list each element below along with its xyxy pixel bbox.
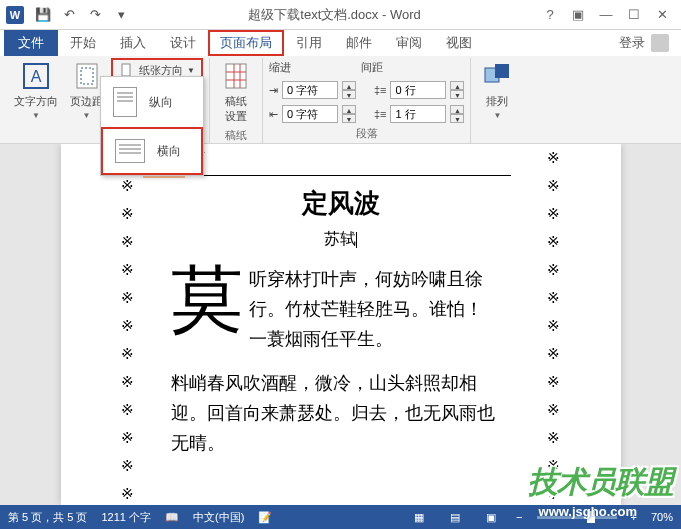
qat-customize[interactable]: ▾: [110, 4, 132, 26]
document-author: 苏轼: [171, 229, 511, 250]
group-paragraph: 缩进 间距 ⇥ ▲▼ ‡≡ ▲▼: [263, 58, 472, 143]
indent-header: 缩进: [269, 60, 291, 75]
manuscript-label: 稿纸 设置: [225, 94, 247, 124]
spinner-up[interactable]: ▲: [450, 105, 464, 114]
chevron-down-icon: ▼: [83, 111, 91, 120]
arrange-button[interactable]: 排列 ▼: [477, 58, 517, 122]
close-button[interactable]: ✕: [649, 4, 675, 26]
window-controls: ? ▣ — ☐ ✕: [537, 4, 675, 26]
header-line: [171, 175, 511, 176]
indent-right-icon: ⇤: [269, 108, 278, 121]
ribbon-tabs: 文件 开始 插入 设计 页面布局 引用 邮件 审阅 视图 登录: [0, 30, 681, 56]
margins-label: 页边距: [70, 94, 103, 109]
view-read-mode[interactable]: ▦: [408, 508, 430, 526]
spinner-up[interactable]: ▲: [342, 105, 356, 114]
spacing-before-icon: ‡≡: [374, 84, 387, 96]
maximize-button[interactable]: ☐: [621, 4, 647, 26]
status-words[interactable]: 1211 个字: [101, 510, 151, 525]
indent-right-row: ⇤ ▲▼: [269, 105, 356, 123]
portrait-label: 纵向: [149, 94, 173, 111]
redo-button[interactable]: ↷: [84, 4, 106, 26]
minimize-button[interactable]: —: [593, 4, 619, 26]
paragraph-1: 莫 听穿林打叶声，何妨吟啸且徐 行。竹杖芒鞋轻胜马。谁怕！ 一蓑烟雨任平生。: [171, 264, 511, 354]
text-cursor: [356, 232, 357, 248]
text-direction-label: 文字方向: [14, 94, 58, 109]
titlebar: W 💾 ↶ ↷ ▾ 超级下载text文档.docx - Word ? ▣ — ☐…: [0, 0, 681, 30]
arrange-label: 排列: [486, 94, 508, 109]
tab-design[interactable]: 设计: [158, 30, 208, 56]
indent-left-icon: ⇥: [269, 84, 278, 97]
group-manuscript: 稿纸 设置 稿纸: [210, 58, 263, 143]
login-link[interactable]: 登录: [619, 34, 645, 52]
view-print-layout[interactable]: ▤: [444, 508, 466, 526]
spinner-down[interactable]: ▼: [450, 114, 464, 123]
group-arrange: 排列 ▼: [471, 58, 523, 143]
landscape-label: 横向: [157, 143, 181, 160]
tab-view[interactable]: 视图: [434, 30, 484, 56]
landscape-icon: [115, 139, 145, 163]
spinner-down[interactable]: ▼: [450, 90, 464, 99]
spinner-up[interactable]: ▲: [450, 81, 464, 90]
spacing-after-input[interactable]: [390, 105, 446, 123]
quick-access-toolbar: 💾 ↶ ↷ ▾: [32, 4, 132, 26]
tab-review[interactable]: 审阅: [384, 30, 434, 56]
tab-references[interactable]: 引用: [284, 30, 334, 56]
spacing-header: 间距: [361, 60, 383, 75]
orientation-menu: 纵向 横向: [100, 76, 204, 176]
ribbon: A 文字方向 ▼ 页边距 ▼ 纸张方向 ▼ 页 稿纸 设置: [0, 56, 681, 144]
undo-button[interactable]: ↶: [58, 4, 80, 26]
indent-left-input[interactable]: [282, 81, 338, 99]
chevron-down-icon: ▼: [494, 111, 502, 120]
spinner-up[interactable]: ▲: [342, 81, 356, 90]
svg-rect-11: [495, 64, 509, 78]
group-label-manuscript: 稿纸: [216, 126, 256, 145]
decorative-border-right: ※※※※※※※※※※※※※: [545, 144, 563, 505]
watermark-url: www.jsgho.com: [539, 504, 637, 519]
document-area[interactable]: ※※※※※※※※※※※※※ ※※※※※※※※※※※※※ 站 定风波 苏轼 莫 听…: [0, 144, 681, 505]
svg-text:A: A: [31, 68, 42, 85]
tab-insert[interactable]: 插入: [108, 30, 158, 56]
chevron-down-icon: ▼: [32, 111, 40, 120]
chevron-down-icon: ▼: [187, 66, 195, 75]
svg-rect-4: [122, 64, 130, 76]
spacing-before-input[interactable]: [390, 81, 446, 99]
watermark: 技术员联盟: [528, 462, 673, 503]
tab-page-layout[interactable]: 页面布局: [208, 30, 284, 56]
document-content: 站 定风波 苏轼 莫 听穿林打叶声，何妨吟啸且徐 行。竹杖芒鞋轻胜马。谁怕！ 一…: [171, 152, 511, 458]
orientation-portrait[interactable]: 纵向: [101, 77, 203, 127]
view-web-layout[interactable]: ▣: [480, 508, 502, 526]
status-language[interactable]: 中文(中国): [193, 510, 244, 525]
avatar-icon[interactable]: [651, 34, 669, 52]
spacing-before-row: ‡≡ ▲▼: [374, 81, 465, 99]
tab-mailings[interactable]: 邮件: [334, 30, 384, 56]
indent-right-input[interactable]: [282, 105, 338, 123]
window-title: 超级下载text文档.docx - Word: [132, 6, 537, 24]
spacing-after-icon: ‡≡: [374, 108, 387, 120]
page: ※※※※※※※※※※※※※ ※※※※※※※※※※※※※ 站 定风波 苏轼 莫 听…: [61, 144, 621, 505]
ribbon-display-button[interactable]: ▣: [565, 4, 591, 26]
spellcheck-icon[interactable]: 📖: [165, 511, 179, 524]
status-page[interactable]: 第 5 页，共 5 页: [8, 510, 87, 525]
zoom-level[interactable]: 70%: [651, 511, 673, 523]
svg-rect-5: [226, 64, 246, 88]
text-direction-button[interactable]: A 文字方向 ▼: [10, 58, 62, 122]
tab-home[interactable]: 开始: [58, 30, 108, 56]
decorative-border-left: ※※※※※※※※※※※※※: [119, 144, 137, 505]
group-label-paragraph: 段落: [269, 124, 465, 143]
indent-left-row: ⇥ ▲▼: [269, 81, 356, 99]
portrait-icon: [113, 87, 137, 117]
app-icon: W: [6, 6, 24, 24]
spinner-down[interactable]: ▼: [342, 114, 356, 123]
save-button[interactable]: 💾: [32, 4, 54, 26]
manuscript-settings-button[interactable]: 稿纸 设置: [216, 58, 256, 126]
document-title: 定风波: [171, 186, 511, 221]
help-button[interactable]: ?: [537, 4, 563, 26]
zoom-out-button[interactable]: −: [516, 511, 522, 523]
insert-mode-icon[interactable]: 📝: [258, 511, 272, 524]
paragraph-2: 料峭春风吹酒醒，微冷，山头斜照却相迎。回首向来萧瑟处。归去，也无风雨也无晴。: [171, 368, 511, 458]
orientation-landscape[interactable]: 横向: [101, 127, 203, 175]
spinner-down[interactable]: ▼: [342, 90, 356, 99]
drop-cap: 莫: [171, 264, 249, 332]
tab-file[interactable]: 文件: [4, 30, 58, 56]
spacing-after-row: ‡≡ ▲▼: [374, 105, 465, 123]
